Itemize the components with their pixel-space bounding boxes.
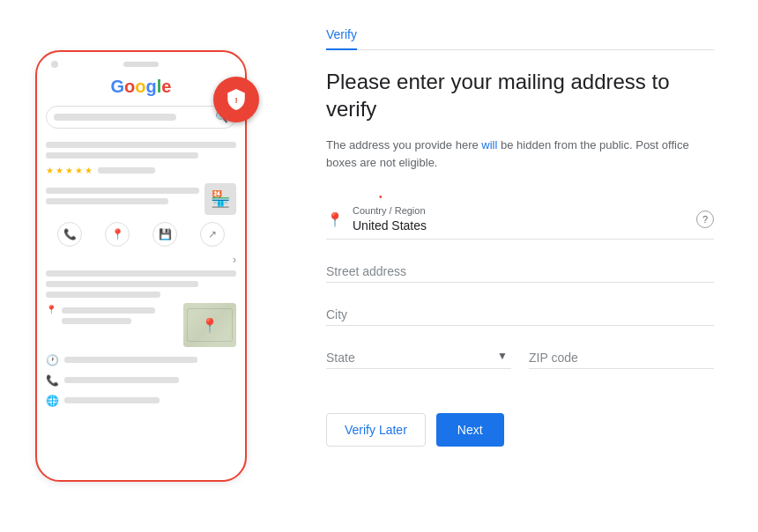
verify-later-button[interactable]: Verify Later (326, 413, 426, 447)
verify-tab-label[interactable]: Verify (326, 27, 357, 50)
clock-icon: 🕐 (46, 354, 59, 366)
button-row: Verify Later Next (326, 413, 714, 447)
card-section: 🏪 (46, 183, 236, 215)
help-icon[interactable]: ? (696, 211, 714, 228)
location-pin-icon: 📍 (326, 211, 344, 228)
form-title: Please enter your mailing address to ver… (326, 68, 714, 122)
content-line (46, 152, 198, 159)
phone-icon: 📞 (57, 222, 82, 247)
country-field-group: 📍 Country / Region United States ? (326, 205, 714, 240)
country-value: United States (353, 218, 427, 233)
location-icon: 📍 (105, 222, 130, 247)
city-input[interactable] (326, 300, 714, 326)
form-description: The address you provide here will be hid… (326, 137, 714, 171)
right-panel: Verify Please enter your mailing address… (282, 0, 758, 532)
shield-icon: ! (225, 88, 248, 111)
save-icon: 💾 (152, 222, 177, 247)
phone-camera (51, 61, 58, 68)
phone-mockup: Google 🔍 ★ ★ ★ ★ ★ (35, 50, 247, 482)
description-text: The address you provide here (326, 138, 481, 151)
description-highlight: will (481, 138, 497, 151)
zip-field-group (529, 344, 714, 369)
shop-icon: 🏪 (204, 183, 236, 215)
star-icon: ★ (56, 166, 63, 175)
search-bar[interactable]: 🔍 (46, 106, 236, 129)
svg-text:!: ! (234, 95, 237, 105)
chevron-right-icon: › (46, 254, 236, 266)
search-bar-placeholder (54, 114, 176, 121)
shield-badge: ! (213, 77, 259, 122)
content-line (46, 142, 236, 148)
state-select-wrapper: State Alabama Alaska Arizona California … (326, 344, 511, 369)
icon-row: 📞 📍 💾 ↗ (46, 222, 236, 247)
bottom-rows: 🕐 📞 🌐 (46, 352, 236, 408)
phone-content: ★ ★ ★ ★ ★ 🏪 📞 📍 💾 (37, 132, 245, 418)
country-content: Country / Region United States (353, 205, 687, 233)
street-address-input[interactable] (326, 257, 714, 283)
phone-top-bar (37, 52, 245, 71)
phone-speaker (123, 62, 159, 67)
street-field-group (326, 257, 714, 283)
bottom-row: 🕐 (46, 352, 236, 367)
state-select[interactable]: State Alabama Alaska Arizona California … (326, 344, 511, 368)
required-indicator: • (379, 192, 714, 202)
stars-row: ★ ★ ★ ★ ★ (46, 163, 236, 178)
globe-icon: 🌐 (46, 395, 59, 407)
card-lines (46, 183, 199, 215)
star-icon: ★ (46, 166, 54, 175)
map-thumbnail: 📍 (183, 303, 236, 347)
country-label: Country / Region (353, 205, 687, 216)
map-pin-overlay-icon: 📍 (201, 317, 219, 334)
star-icon: ★ (75, 166, 83, 175)
zip-code-input[interactable] (529, 344, 714, 369)
tab-underline (326, 49, 714, 50)
country-field: 📍 Country / Region United States ? (326, 205, 714, 240)
left-panel: Google 🔍 ★ ★ ★ ★ ★ (0, 0, 282, 532)
share-icon: ↗ (200, 222, 225, 247)
state-zip-row: State Alabama Alaska Arizona California … (326, 344, 714, 387)
star-icon: ★ (85, 166, 93, 175)
bottom-row: 📞 (46, 373, 236, 388)
next-button[interactable]: Next (436, 413, 504, 447)
map-section: 📍 📍 (46, 303, 236, 347)
star-icon: ★ (65, 166, 73, 175)
state-field-group: State Alabama Alaska Arizona California … (326, 344, 511, 369)
city-field-group (326, 300, 714, 326)
map-pin-icon: 📍 (46, 305, 56, 314)
verify-tab: Verify (326, 26, 714, 50)
bottom-row: 🌐 (46, 393, 236, 408)
call-icon: 📞 (46, 374, 59, 387)
